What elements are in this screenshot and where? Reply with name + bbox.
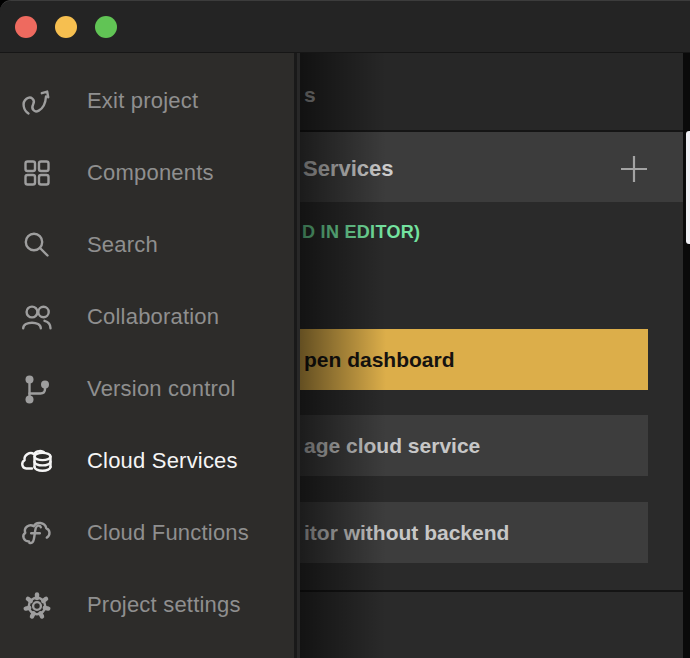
menu-item-version-control[interactable]: Version control: [0, 353, 294, 425]
menu-item-cloud-functions[interactable]: Cloud Functions: [0, 497, 294, 569]
open-dashboard-label: pen dashboard: [300, 348, 455, 372]
cloud-services-icon: [19, 443, 57, 479]
menu-item-cloud-services[interactable]: Cloud Services: [0, 425, 294, 497]
services-header-title: Services: [303, 156, 394, 182]
menu-item-search[interactable]: Search: [0, 209, 294, 281]
minimize-button[interactable]: [55, 16, 77, 38]
project-menu: Exit project Components Search: [0, 52, 297, 658]
menu-item-exit-project[interactable]: Exit project: [0, 65, 294, 137]
editor-without-backend-label: itor without backend: [300, 521, 509, 545]
manage-cloud-service-button[interactable]: age cloud service: [300, 415, 648, 476]
menu-item-label: Project settings: [87, 592, 241, 618]
add-service-button[interactable]: [619, 154, 649, 184]
menu-item-components[interactable]: Components: [0, 137, 294, 209]
components-icon: [19, 155, 57, 191]
menu-item-label: Version control: [87, 376, 236, 402]
exit-project-icon: [19, 83, 57, 119]
manage-cloud-service-label: age cloud service: [300, 434, 480, 458]
project-settings-icon: [19, 587, 57, 623]
panel-title-row: s: [300, 52, 683, 132]
collaboration-icon: [19, 299, 57, 335]
editor-without-backend-button[interactable]: itor without backend: [300, 502, 648, 563]
menu-item-label: Exit project: [87, 88, 198, 114]
version-control-icon: [19, 371, 57, 407]
close-button[interactable]: [15, 16, 37, 38]
menu-item-label: Cloud Functions: [87, 520, 249, 546]
panel-title-partial: s: [304, 83, 316, 107]
titlebar: [0, 1, 690, 53]
menu-item-project-settings[interactable]: Project settings: [0, 569, 294, 641]
services-header-bar: Services: [300, 132, 683, 202]
open-dashboard-button[interactable]: pen dashboard: [300, 329, 648, 390]
plus-icon: [619, 154, 649, 184]
scrollbar-thumb[interactable]: [686, 131, 690, 244]
cloud-functions-icon: [19, 515, 57, 551]
menu-item-collaboration[interactable]: Collaboration: [0, 281, 294, 353]
zoom-button[interactable]: [95, 16, 117, 38]
editor-status-label-partial: D IN EDITOR): [302, 222, 420, 243]
menu-item-label: Collaboration: [87, 304, 219, 330]
search-icon: [19, 227, 57, 263]
menu-item-label: Components: [87, 160, 214, 186]
menu-item-label: Search: [87, 232, 158, 258]
app-window: s Services D IN EDITOR) pen dashboard ag…: [0, 0, 690, 658]
section-divider: [300, 590, 683, 592]
cloud-services-panel: s Services D IN EDITOR) pen dashboard ag…: [300, 52, 690, 658]
menu-item-label: Cloud Services: [87, 448, 238, 474]
